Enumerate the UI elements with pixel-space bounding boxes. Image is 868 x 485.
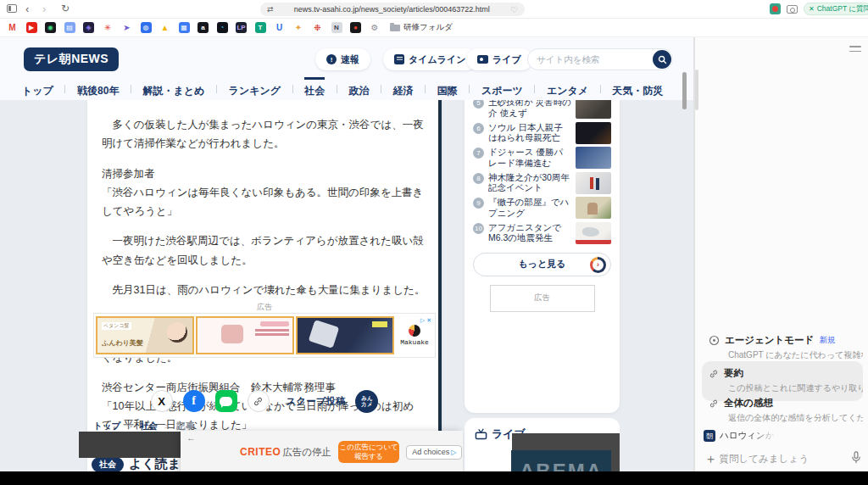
nav-ranking[interactable]: ランキング [229, 77, 281, 102]
suggestion-label: 要約 [724, 367, 743, 380]
nav-sports[interactable]: スポーツ [481, 77, 523, 102]
search-button[interactable] [653, 50, 671, 69]
chatgpt-toolbar-button[interactable]: ✕ ChatGPT に質問する [804, 3, 868, 15]
arrow-circle-icon: › [590, 257, 606, 273]
bookmark-icon[interactable]: ◔ [217, 22, 228, 33]
breadcrumb-top[interactable]: トップ [93, 421, 120, 432]
bookmark-icon[interactable]: ◉ [45, 22, 56, 33]
bookmark-icon[interactable]: a [198, 22, 209, 33]
article-scrollbar[interactable] [438, 100, 442, 473]
sidebar-toggle-icon[interactable] [7, 4, 17, 13]
ad-slot-device[interactable] [196, 316, 294, 354]
makuake-cell[interactable]: ▷ ✕ Makuake [396, 316, 433, 354]
favorite-icon[interactable]: ♡ [510, 5, 518, 14]
suggestion-agent-mode[interactable]: エージェントモード 新規 ChatGPT にあなたに代わって複雑な作業をブラウザ… [702, 334, 863, 361]
bookmark-icon[interactable]: ✦ [293, 22, 304, 33]
society-badge[interactable]: 社会 [92, 457, 124, 472]
live-button[interactable]: ライブ [466, 48, 532, 70]
scoop-label[interactable]: スクープ投稿 [287, 395, 346, 408]
bookmark-icon[interactable]: ▶ [26, 22, 37, 33]
x-share-button[interactable]: X [151, 390, 173, 412]
bookmarks-folder-label: 研修フォルダ [403, 22, 453, 33]
bookmark-icon[interactable]: ❉ [312, 22, 323, 33]
ranking-item[interactable]: 8 神木隆之介が30周年記念イベント [473, 172, 611, 196]
breaking-news-button[interactable]: 速報 [315, 48, 370, 70]
ad-label: 広告 [87, 302, 442, 313]
nav-separator [216, 85, 217, 93]
breadcrumb-society[interactable]: 社会 [140, 421, 158, 432]
chat-input[interactable] [720, 454, 850, 464]
suggestion-summarize[interactable]: 要約 この投稿とこれに関連するやり取りをまとめてください。 [702, 361, 863, 401]
adchoices-icon[interactable]: ▷ ✕ [420, 317, 431, 324]
reload-icon[interactable]: ↻ [61, 3, 70, 14]
browser-toolbar: ‹ › ↻ ⇄ news.tv-asahi.co.jp/news_society… [0, 0, 868, 19]
adchoices-label: Ad choices [412, 448, 449, 456]
site-logo[interactable]: テレ朝NEWS [24, 47, 119, 71]
panel-options-icon[interactable] [849, 45, 861, 53]
plus-icon[interactable]: ＋ [702, 451, 720, 467]
bookmark-icon[interactable]: ◈ [83, 22, 94, 33]
bookmark-icon[interactable]: ▦ [179, 22, 190, 33]
ranking-item[interactable]: 10 アフガニスタンでM6.3の地震発生 [473, 222, 611, 246]
copy-link-button[interactable] [248, 390, 270, 412]
ranking-item[interactable]: 9 『徹子の部屋』でハプニング [473, 197, 611, 220]
report-ad-button[interactable]: この広告について 報告する [338, 441, 399, 463]
back-icon[interactable]: ‹ [25, 3, 29, 14]
bookmark-icon[interactable]: N [331, 22, 342, 33]
bookmark-icon[interactable]: ➤ [121, 22, 132, 33]
tune-icon[interactable]: ⇄ [267, 5, 274, 14]
nav-separator [64, 85, 65, 93]
bookmark-icon[interactable]: T [255, 22, 266, 33]
nav-entertainment[interactable]: エンタメ [547, 77, 588, 102]
page-scrollbar[interactable] [682, 72, 687, 109]
ad-slot-hair[interactable]: ペタンコ髪 ふんわり美髪 [96, 316, 194, 354]
bookmarks-folder[interactable]: 研修フォルダ [390, 22, 453, 33]
screenshot-camera-icon[interactable] [787, 5, 798, 14]
panel-scrollbar[interactable] [695, 70, 698, 110]
nav-politics[interactable]: 政治 [348, 77, 369, 102]
article-paragraph: 先月31日は、雨のハロウィンで壊れた傘も大量に集まりました。 [102, 281, 429, 299]
close-icon[interactable]: ✕ [809, 5, 815, 13]
page-context-chip[interactable]: 朝 ハロウィンから一夜 [704, 428, 779, 443]
nav-postwar80[interactable]: 戦後80年 [77, 77, 119, 102]
bookmark-icon[interactable]: LP [236, 22, 247, 33]
nav-international[interactable]: 国際 [437, 77, 458, 102]
bookmark-icon[interactable]: ⚙ [370, 22, 381, 33]
microphone-icon[interactable] [850, 451, 863, 467]
line-share-button[interactable] [215, 390, 237, 412]
ranking-item[interactable]: 6 ソウル 日本人親子はねられ母親死亡 [473, 122, 611, 146]
bookmark-icon[interactable]: ▤ [64, 22, 75, 33]
criteo-logo[interactable]: CRITEO [240, 446, 281, 458]
new-badge: 新規 [819, 335, 835, 346]
see-more-button[interactable]: もっと見る › [473, 253, 611, 276]
chatgpt-button-label: ChatGPT に質問する [817, 4, 868, 14]
nav-explainer[interactable]: 解説・まとめ [143, 77, 205, 102]
ranking-item[interactable]: 7 ドジャース 優勝パレード準備進む [473, 147, 611, 170]
ad-text: ペタンコ髪 [102, 322, 131, 330]
adchoices-button[interactable]: Ad choices ▷ [406, 445, 462, 460]
tv-icon [475, 428, 487, 440]
minkame-badge[interactable]: みん カメ [355, 390, 378, 413]
extension-icon[interactable] [770, 3, 781, 14]
bookmark-icon[interactable]: ◍ [141, 22, 152, 33]
back-arrow-icon[interactable]: ← [186, 432, 196, 443]
ad-image [260, 321, 289, 326]
nav-society[interactable]: 社会 [304, 77, 325, 102]
suggestion-overall-sentiment[interactable]: 全体の感想 返信の全体的な感情を分析してください。 [702, 397, 863, 424]
bookmark-icon[interactable]: M [7, 22, 18, 33]
bookmark-icon[interactable]: ▲ [159, 22, 170, 33]
timeline-button[interactable]: タイムライン [383, 48, 477, 70]
bookmark-icon[interactable]: U [274, 22, 285, 33]
bookmark-icon[interactable]: ● [350, 22, 361, 33]
facebook-share-button[interactable]: f [183, 390, 205, 412]
nav-top[interactable]: トップ [22, 77, 53, 102]
nav-weather[interactable]: 天気・防災 [612, 77, 663, 102]
nav-economy[interactable]: 経済 [393, 77, 414, 102]
url-bar[interactable]: ⇄ news.tv-asahi.co.jp/news_society/artic… [260, 3, 525, 16]
article-paragraph: 一夜明けた渋谷駅周辺では、ボランティアらが放置された吸い殻や空き缶などを回収しま… [102, 231, 429, 270]
bookmark-icon[interactable]: ✳ [103, 22, 114, 33]
forward-icon[interactable]: › [42, 3, 46, 14]
ad-slot-makuake[interactable] [296, 316, 394, 354]
search-input[interactable] [528, 54, 638, 64]
site-search[interactable] [527, 48, 673, 70]
